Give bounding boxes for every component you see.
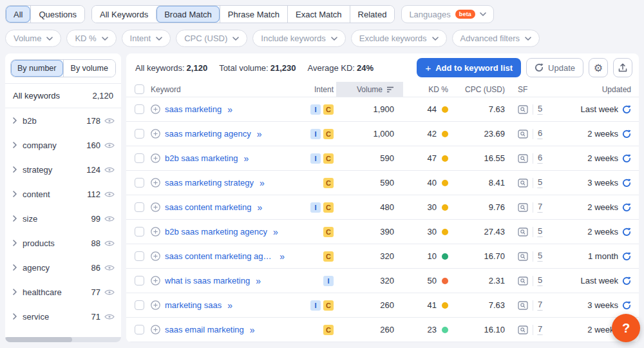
filter-advanced-filters[interactable]: Advanced filters bbox=[452, 30, 540, 47]
tab-all-keywords[interactable]: All Keywords bbox=[92, 6, 156, 23]
eye-icon[interactable] bbox=[104, 264, 115, 271]
chevron-right-icon[interactable] bbox=[13, 166, 17, 173]
tab-all[interactable]: All bbox=[6, 6, 30, 23]
serp-preview-icon[interactable] bbox=[518, 179, 528, 188]
expand-keyword-icon[interactable]: » bbox=[273, 227, 278, 237]
row-checkbox[interactable] bbox=[135, 300, 144, 310]
refresh-icon[interactable] bbox=[622, 105, 631, 114]
help-button[interactable]: ? bbox=[612, 314, 640, 342]
filter-intent[interactable]: Intent bbox=[122, 30, 171, 47]
chevron-right-icon[interactable] bbox=[13, 289, 17, 295]
add-keyword-icon[interactable] bbox=[151, 104, 160, 114]
sidebar-item-healthcare[interactable]: healthcare77 bbox=[5, 280, 121, 304]
serp-preview-icon[interactable] bbox=[518, 276, 528, 285]
update-button[interactable]: Update bbox=[526, 58, 583, 77]
add-keyword-icon[interactable] bbox=[151, 276, 160, 285]
sidebar-item-b2b[interactable]: b2b178 bbox=[5, 108, 121, 133]
sidebar-item-size[interactable]: size99 bbox=[5, 206, 121, 231]
refresh-icon[interactable] bbox=[622, 227, 631, 237]
languages-dropdown[interactable]: Languages beta bbox=[401, 5, 494, 23]
sf-count[interactable]: 5 bbox=[538, 275, 542, 286]
sf-count[interactable]: 7 bbox=[538, 300, 542, 311]
serp-preview-icon[interactable] bbox=[518, 130, 528, 139]
keyword-link[interactable]: saas marketing agency bbox=[165, 129, 251, 139]
refresh-icon[interactable] bbox=[622, 179, 631, 188]
eye-icon[interactable] bbox=[104, 191, 115, 198]
select-all-checkbox[interactable] bbox=[135, 84, 144, 94]
row-checkbox[interactable] bbox=[135, 104, 144, 114]
sf-count[interactable]: 5 bbox=[538, 251, 542, 262]
sf-count[interactable]: 5 bbox=[538, 226, 542, 237]
serp-preview-icon[interactable] bbox=[518, 105, 528, 114]
expand-keyword-icon[interactable]: » bbox=[227, 104, 232, 115]
sidebar-item-company[interactable]: company160 bbox=[5, 133, 121, 157]
volume-header[interactable]: Volume bbox=[336, 82, 403, 97]
refresh-icon[interactable] bbox=[622, 252, 631, 261]
toggle-by-number[interactable]: By number bbox=[11, 60, 63, 77]
eye-icon[interactable] bbox=[104, 215, 115, 222]
filter-include-keywords[interactable]: Include keywords bbox=[252, 30, 345, 47]
expand-keyword-icon[interactable]: » bbox=[243, 153, 249, 164]
row-checkbox[interactable] bbox=[135, 227, 144, 237]
serp-preview-icon[interactable] bbox=[518, 227, 528, 237]
refresh-icon[interactable] bbox=[622, 130, 631, 139]
toggle-by-volume[interactable]: By volume bbox=[63, 60, 116, 77]
row-checkbox[interactable] bbox=[135, 153, 144, 163]
chevron-right-icon[interactable] bbox=[13, 313, 17, 320]
sidebar-scrollbar[interactable] bbox=[5, 337, 121, 342]
add-keyword-icon[interactable] bbox=[151, 178, 160, 188]
eye-icon[interactable] bbox=[104, 313, 115, 320]
row-checkbox[interactable] bbox=[135, 178, 144, 188]
expand-keyword-icon[interactable]: » bbox=[256, 276, 261, 286]
scrollbar-thumb[interactable] bbox=[5, 337, 72, 342]
keyword-header[interactable]: Keyword bbox=[151, 82, 285, 97]
eye-icon[interactable] bbox=[104, 166, 115, 173]
eye-icon[interactable] bbox=[104, 142, 115, 149]
row-checkbox[interactable] bbox=[135, 202, 144, 212]
refresh-icon[interactable] bbox=[622, 301, 631, 310]
keyword-link[interactable]: saas marketing strategy bbox=[165, 178, 254, 188]
kd-header[interactable]: KD % bbox=[403, 82, 455, 97]
row-checkbox[interactable] bbox=[135, 251, 144, 261]
keyword-link[interactable]: b2b saas marketing agency bbox=[165, 227, 267, 237]
chevron-right-icon[interactable] bbox=[13, 142, 17, 148]
expand-keyword-icon[interactable]: » bbox=[227, 300, 232, 311]
tab-related[interactable]: Related bbox=[350, 6, 395, 23]
filter-kd[interactable]: KD % bbox=[66, 30, 116, 47]
chevron-right-icon[interactable] bbox=[13, 117, 17, 124]
tab-phrase-match[interactable]: Phrase Match bbox=[220, 6, 287, 23]
eye-icon[interactable] bbox=[104, 117, 115, 124]
add-keyword-icon[interactable] bbox=[151, 202, 160, 212]
row-checkbox[interactable] bbox=[135, 129, 144, 139]
filter-exclude-keywords[interactable]: Exclude keywords bbox=[351, 30, 447, 47]
eye-icon[interactable] bbox=[104, 289, 115, 296]
sf-count[interactable]: 6 bbox=[538, 128, 542, 139]
updated-header[interactable]: Updated bbox=[563, 82, 639, 97]
add-keyword-icon[interactable] bbox=[151, 153, 160, 163]
add-keyword-icon[interactable] bbox=[151, 227, 160, 237]
refresh-icon[interactable] bbox=[622, 276, 631, 285]
chevron-right-icon[interactable] bbox=[13, 240, 17, 246]
eye-icon[interactable] bbox=[104, 240, 115, 247]
sidebar-item-agency[interactable]: agency86 bbox=[5, 255, 121, 280]
row-checkbox[interactable] bbox=[135, 325, 144, 334]
row-checkbox[interactable] bbox=[135, 276, 144, 285]
sf-count[interactable]: 6 bbox=[538, 153, 542, 164]
refresh-icon[interactable] bbox=[622, 203, 631, 212]
keyword-link[interactable]: what is saas marketing bbox=[165, 276, 250, 285]
keyword-link[interactable]: saas content marketing agency bbox=[165, 251, 274, 261]
serp-preview-icon[interactable] bbox=[518, 301, 528, 310]
expand-keyword-icon[interactable]: » bbox=[260, 178, 265, 188]
keyword-link[interactable]: saas marketing bbox=[165, 104, 222, 114]
chevron-right-icon[interactable] bbox=[13, 215, 17, 222]
keyword-link[interactable]: saas email marketing bbox=[165, 325, 244, 334]
expand-keyword-icon[interactable]: » bbox=[279, 251, 285, 262]
add-keyword-icon[interactable] bbox=[151, 251, 160, 261]
expand-keyword-icon[interactable]: » bbox=[250, 325, 255, 335]
serp-preview-icon[interactable] bbox=[518, 154, 528, 163]
cpc-header[interactable]: CPC (USD) bbox=[455, 82, 514, 97]
expand-keyword-icon[interactable]: » bbox=[257, 202, 262, 213]
serp-preview-icon[interactable] bbox=[518, 252, 528, 261]
serp-preview-icon[interactable] bbox=[518, 325, 528, 334]
refresh-icon[interactable] bbox=[622, 154, 631, 163]
